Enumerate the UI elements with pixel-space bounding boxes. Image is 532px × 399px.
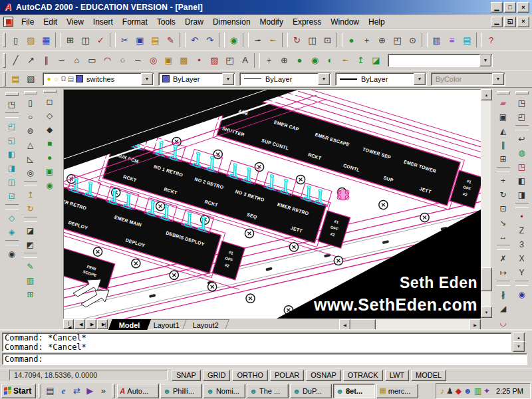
3d-continuous-orbit-icon[interactable]: ◉ [307,53,323,68]
bottom-view-icon[interactable]: ◱ [5,133,19,147]
zoom-previous-icon[interactable]: ⊙ [405,33,420,48]
z-axis-vector-ucs-icon[interactable]: Z [515,223,529,237]
toolbar-grip[interactable] [497,91,510,94]
philli-task-button[interactable]: ☻ Philli... [160,384,202,398]
setup-view-icon[interactable]: ▥ [23,273,37,287]
dup-task-button[interactable]: ☻ DuP... [290,384,332,398]
line-icon[interactable]: ╱ [8,53,23,68]
insert-hyperlink-icon[interactable]: ◉ [226,33,241,48]
clock[interactable]: 2:25 PM [492,387,526,395]
close-button[interactable]: × [517,2,529,13]
insert-block-icon[interactable]: ▣ [161,53,176,68]
named-views-icon[interactable]: ◳ [5,97,19,111]
offset-icon[interactable]: ∥ [496,138,510,152]
vertical-scrollbar[interactable]: ▲ ▼ [481,89,491,318]
lwt-toggle[interactable]: LWT [385,370,409,381]
multiline-text-icon[interactable]: A [237,53,253,68]
gouraud-shaded-edges-on-icon[interactable]: ◉ [43,178,57,192]
hatch-icon[interactable]: ▨ [207,53,222,68]
zoom-realtime-icon[interactable]: ⊕ [374,33,390,48]
toolbar-grip[interactable] [3,53,6,68]
2d-wireframe-icon[interactable]: ◻ [43,94,57,108]
save-icon[interactable]: ▦ [39,33,54,48]
layouts-icon[interactable]: ⊡ [320,33,335,48]
view-ucs-icon[interactable]: ◨ [515,188,529,201]
cylinder-icon[interactable]: ⊚ [23,124,37,138]
nomi-task-button[interactable]: ☻ Nomi... [203,384,245,398]
otrack-toggle[interactable]: OTRACK [343,370,383,381]
setup-drawing-icon[interactable]: ✎ [23,259,37,273]
insert-menu[interactable]: Insert [88,16,118,28]
pan-realtime-icon[interactable]: + [359,33,374,48]
origin-ucs-icon[interactable]: • [515,209,529,223]
torus-icon[interactable]: ◎ [23,166,37,180]
chamfer-icon[interactable]: ◢ [496,301,510,315]
view-menu[interactable]: View [62,16,88,28]
scheduler-tray-icon[interactable]: ♟ [446,387,454,395]
child-close-button[interactable]: × [517,17,529,27]
format-menu[interactable]: Format [118,16,152,28]
y-axis-rotate-ucs-icon[interactable]: Y [515,265,529,279]
express-menu[interactable]: Express [288,16,326,28]
flat-shaded-icon[interactable]: ■ [43,136,57,150]
extrude-icon[interactable]: ↥ [353,53,368,68]
command-history[interactable]: Command: *Cancel*Command: *Cancel* [2,332,511,352]
setup-profile-icon[interactable]: ⊞ [23,287,37,301]
previous-tab-button[interactable]: ◀ [74,319,85,329]
se-isometric-view-icon[interactable]: ◈ [5,225,19,239]
spelling-icon[interactable]: ✓ [93,33,108,48]
align-icon[interactable]: ╾ [338,53,353,68]
layer-plot-icon[interactable]: ▤ [67,75,74,82]
coordinate-readout[interactable]: 14.7094, 18.5336, 0.0000 [9,370,168,380]
edit-menu[interactable]: Edit [39,16,62,28]
spline-icon[interactable]: ∽ [130,53,146,68]
modify-menu[interactable]: Modify [255,16,288,28]
start-button[interactable]: Start [1,384,36,398]
pan-icon[interactable]: + [261,53,277,68]
cut-icon[interactable]: ✂ [117,33,132,48]
print-icon[interactable]: ⊞ [63,33,78,48]
chevron-down-icon[interactable]: ▼ [318,73,330,85]
lineweight-combo[interactable]: ByLayer ▼ [335,72,427,86]
display-settings-tray-icon[interactable]: ✦ [483,387,490,395]
apply-ucs-icon[interactable]: ◉ [515,287,529,301]
rectangle-icon[interactable]: ▭ [84,53,100,68]
3d-wireframe-icon[interactable]: ◇ [43,108,57,122]
osnap-toggle[interactable]: OSNAP [306,370,341,381]
extrude-solid-icon[interactable]: ↥ [23,188,37,201]
multiline-icon[interactable]: ∥ [39,53,54,68]
3d-swivel-icon[interactable]: ◐ [323,53,338,68]
redo-icon[interactable]: ↷ [202,33,217,48]
toolbar-grip[interactable] [43,90,57,93]
print-preview-icon[interactable]: ◫ [78,33,93,48]
stretch-icon[interactable]: ↘ [496,215,510,229]
named-view-combo[interactable]: ▼ [388,54,493,67]
undo-icon[interactable]: ↶ [187,33,202,48]
command-input[interactable]: Command: [2,353,527,365]
merc-task-button[interactable]: ▦ merc... [376,384,418,398]
layer-combo[interactable]: ●☼Ω▤ switches ▼ [43,72,154,86]
more-chevron-icon[interactable]: » [96,384,110,398]
first-tab-button[interactable]: |◀ [63,319,74,329]
toolbar-grip[interactable] [5,92,19,96]
toolbar-grip[interactable] [3,33,6,47]
array-icon[interactable]: ⊞ [496,152,510,166]
outlook-express-icon[interactable]: ⇄ [70,384,83,398]
polar-toggle[interactable]: POLAR [270,370,304,381]
world-ucs-icon[interactable]: ◍ [515,146,529,160]
named-views-icon[interactable]: ◫ [305,33,320,48]
3d-orbit-view-icon[interactable]: ● [292,53,307,68]
panel-drawing[interactable]: ASE EMER CAP EMER ESCAPE TOWER SEP EMER … [64,90,481,319]
slice-icon[interactable]: ◪ [23,223,37,237]
command-scrollbar[interactable]: ▲ ▼ [513,332,523,352]
sw-isometric-view-icon[interactable]: ◇ [5,211,19,225]
face-ucs-icon[interactable]: ◧ [515,174,529,188]
cone-icon[interactable]: △ [23,138,37,152]
drawing-canvas[interactable]: ASE EMER CAP EMER ESCAPE TOWER SEP EMER … [63,89,481,319]
mirror-icon[interactable]: ◭ [496,124,510,138]
box-icon[interactable]: ▯ [23,96,37,110]
front-view-icon[interactable]: ◫ [5,175,19,189]
properties-icon[interactable]: ≡ [444,33,460,48]
paste-icon[interactable]: ▤ [148,33,163,48]
selection-grip-marker[interactable] [337,190,349,200]
